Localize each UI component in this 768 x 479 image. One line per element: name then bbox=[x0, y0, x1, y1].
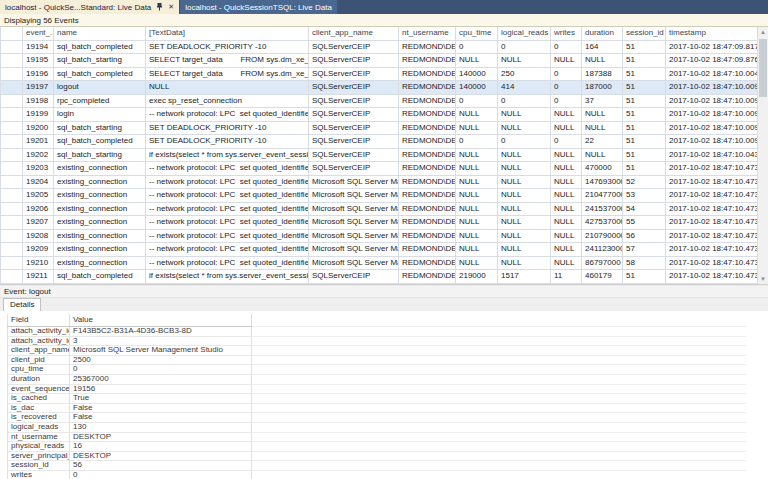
row-selector[interactable] bbox=[1, 175, 23, 189]
details-row[interactable]: client_app_nameMicrosoft SQL Server Mana… bbox=[8, 346, 748, 356]
event-row[interactable]: 19199login-- network protocol: LPC set q… bbox=[1, 108, 758, 122]
row-selector[interactable] bbox=[1, 229, 23, 243]
row-selector[interactable] bbox=[1, 40, 23, 54]
cell: REDMOND\DES... bbox=[399, 270, 456, 284]
cell: REDMOND\DES... bbox=[399, 229, 456, 243]
tab-live-data-standard[interactable]: localhost - QuickSe...Standard: Live Dat… bbox=[0, 0, 179, 14]
cell: 51 bbox=[623, 108, 666, 122]
event-row[interactable]: 19208existing_connection-- network proto… bbox=[1, 229, 758, 243]
scroll-down-icon[interactable]: ▼ bbox=[758, 274, 768, 284]
details-row[interactable]: attach_activity_id.s...3 bbox=[8, 336, 748, 346]
details-row[interactable]: physical_reads16 bbox=[8, 442, 748, 452]
column-header-name[interactable]: name bbox=[54, 27, 146, 40]
row-selector[interactable] bbox=[1, 94, 23, 108]
row-selector[interactable] bbox=[1, 121, 23, 135]
event-row[interactable]: 19198rpc_completedexec sp_reset_connecti… bbox=[1, 94, 758, 108]
cell: NULL bbox=[456, 229, 498, 243]
row-selector[interactable] bbox=[1, 67, 23, 81]
pin-icon[interactable] bbox=[156, 3, 163, 11]
cell: 140000 bbox=[456, 67, 498, 81]
column-header-session_id[interactable]: session_id bbox=[623, 27, 666, 40]
cell: 37 bbox=[582, 94, 623, 108]
row-selector[interactable] bbox=[1, 108, 23, 122]
event-row[interactable]: 19201sql_batch_completedSET DEADLOCK_PRI… bbox=[1, 135, 758, 149]
column-header-[TextData][interactable]: [TextData] bbox=[146, 27, 309, 40]
row-selector[interactable] bbox=[1, 148, 23, 162]
event-row[interactable]: 19196sql_batch_completedSELECT target_da… bbox=[1, 67, 758, 81]
row-selector[interactable] bbox=[1, 202, 23, 216]
cell: 19211 bbox=[23, 270, 54, 284]
event-row[interactable]: 19194sql_batch_completedSET DEADLOCK_PRI… bbox=[1, 40, 758, 54]
row-selector[interactable] bbox=[1, 216, 23, 230]
details-column-header-field[interactable]: Field bbox=[8, 314, 70, 327]
details-row[interactable]: attach_activity_id.g...F143B5C2-B31A-4D3… bbox=[8, 327, 748, 337]
event-row[interactable]: 19211sql_batch_completedif exists(select… bbox=[1, 270, 758, 284]
cell: SQLServerCEIP bbox=[309, 81, 399, 95]
event-row[interactable]: 19202sql_batch_startingif exists(select … bbox=[1, 148, 758, 162]
details-row[interactable]: session_id56 bbox=[8, 461, 748, 471]
details-row[interactable]: client_pid2500 bbox=[8, 355, 748, 365]
row-selector[interactable] bbox=[1, 162, 23, 176]
event-row[interactable]: 19210existing_connection-- network proto… bbox=[1, 256, 758, 270]
event-row[interactable]: 19209existing_connection-- network proto… bbox=[1, 243, 758, 257]
details-header-filler bbox=[252, 314, 748, 327]
details-row[interactable]: cpu_time0 bbox=[8, 365, 748, 375]
column-header-event_...[interactable]: event_... bbox=[23, 27, 54, 40]
details-column-header-value[interactable]: Value bbox=[70, 314, 252, 327]
column-header-cpu_time[interactable]: cpu_time bbox=[456, 27, 498, 40]
event-row[interactable]: 19197logoutNULLSQLServerCEIPREDMOND\DES.… bbox=[1, 81, 758, 95]
row-selector[interactable] bbox=[1, 135, 23, 149]
scrollbar-thumb[interactable] bbox=[759, 39, 767, 97]
row-selector[interactable] bbox=[1, 54, 23, 68]
details-row[interactable]: event_sequence19156 bbox=[8, 384, 748, 394]
row-selector[interactable] bbox=[1, 243, 23, 257]
event-row[interactable]: 19195sql_batch_startingSELECT target_dat… bbox=[1, 54, 758, 68]
column-header-writes[interactable]: writes bbox=[551, 27, 582, 40]
details-row[interactable]: nt_usernameDESKTOP bbox=[8, 432, 748, 442]
cell: 52 bbox=[623, 175, 666, 189]
column-header-duration[interactable]: duration bbox=[582, 27, 623, 40]
event-row[interactable]: 19206existing_connection-- network proto… bbox=[1, 202, 758, 216]
tab-details[interactable]: Details bbox=[3, 298, 41, 311]
scroll-up-icon[interactable]: ▲ bbox=[758, 27, 768, 37]
event-row[interactable]: 19207existing_connection-- network proto… bbox=[1, 216, 758, 230]
row-selector[interactable] bbox=[1, 270, 23, 284]
cell: sql_batch_completed bbox=[54, 270, 146, 284]
details-row[interactable]: logical_reads130 bbox=[8, 422, 748, 432]
event-row[interactable]: 19200sql_batch_startingSET DEADLOCK_PRIO… bbox=[1, 121, 758, 135]
cell: 0 bbox=[551, 67, 582, 81]
field-name: is_dac bbox=[8, 403, 70, 413]
close-icon[interactable]: ✕ bbox=[168, 3, 174, 11]
cell: NULL bbox=[551, 54, 582, 68]
field-name: event_sequence bbox=[8, 384, 70, 394]
cell: NULL bbox=[498, 189, 551, 203]
cell: 0 bbox=[456, 40, 498, 54]
column-header-timestamp[interactable]: timestamp bbox=[666, 27, 758, 40]
cell: 414 bbox=[498, 81, 551, 95]
cell: 2017-10-02 18:47:10.0099154 bbox=[666, 108, 758, 122]
tab-live-data-tsql[interactable]: localhost - QuickSessionTSQL: Live Data bbox=[180, 0, 337, 14]
cell: Microsoft SQL Server Manage... bbox=[309, 216, 399, 230]
column-header-client_app_name[interactable]: client_app_name bbox=[309, 27, 399, 40]
cell: 210790000 bbox=[582, 229, 623, 243]
event-row[interactable]: 19203existing_connection-- network proto… bbox=[1, 162, 758, 176]
cell: 19210 bbox=[23, 256, 54, 270]
details-row[interactable]: is_recoveredFalse bbox=[8, 413, 748, 423]
details-row[interactable]: is_cachedTrue bbox=[8, 394, 748, 404]
column-header-selector[interactable] bbox=[1, 27, 23, 40]
column-header-nt_username[interactable]: nt_username bbox=[399, 27, 456, 40]
cell: NULL bbox=[498, 108, 551, 122]
row-selector[interactable] bbox=[1, 189, 23, 203]
details-row[interactable]: server_principal_na...DESKTOP bbox=[8, 451, 748, 461]
event-row[interactable]: 19205existing_connection-- network proto… bbox=[1, 189, 758, 203]
details-row[interactable]: is_dacFalse bbox=[8, 403, 748, 413]
cell: 19204 bbox=[23, 175, 54, 189]
event-row[interactable]: 19204existing_connection-- network proto… bbox=[1, 175, 758, 189]
row-selector[interactable] bbox=[1, 81, 23, 95]
details-row[interactable]: writes0 bbox=[8, 470, 748, 479]
column-header-logical_reads[interactable]: logical_reads bbox=[498, 27, 551, 40]
cell: NULL bbox=[498, 243, 551, 257]
details-row[interactable]: duration25367000 bbox=[8, 374, 748, 384]
vertical-scrollbar[interactable]: ▲ ▼ bbox=[757, 27, 768, 284]
row-selector[interactable] bbox=[1, 256, 23, 270]
